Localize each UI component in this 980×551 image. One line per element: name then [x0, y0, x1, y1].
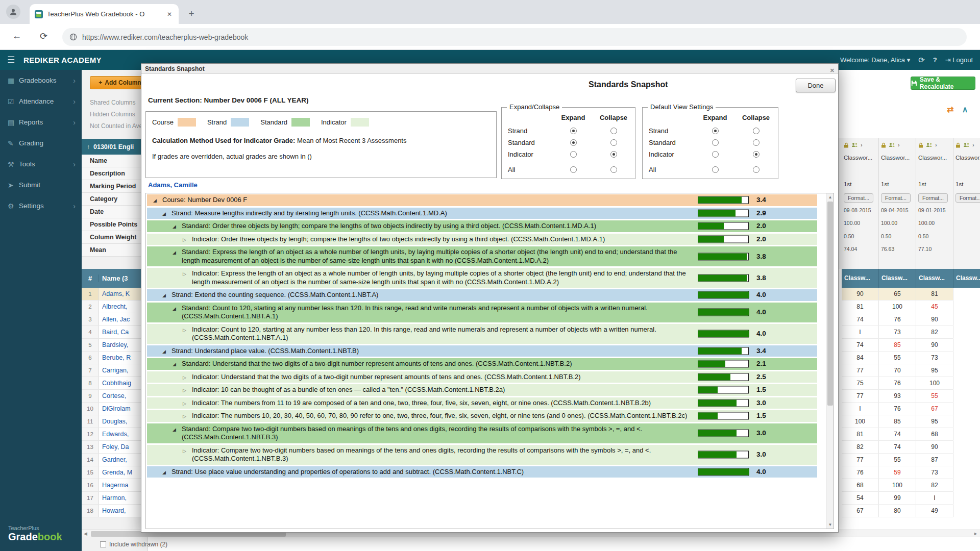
student-name-link[interactable]: Edwards, [99, 431, 129, 438]
grade-cell[interactable]: 55 [879, 454, 916, 466]
radio-collapse-indicator[interactable] [610, 151, 617, 158]
roster-row[interactable]: 13Foley, Da [82, 441, 148, 454]
grade-cell[interactable]: 85 [879, 339, 916, 351]
student-name-link[interactable]: Foley, Da [99, 443, 129, 450]
tree-collapsed-icon[interactable]: ▷ [183, 447, 186, 456]
student-name-link[interactable]: Douglas, [99, 418, 127, 425]
tree-collapsed-icon[interactable]: ▷ [183, 386, 186, 395]
grade-cell[interactable]: 85 [879, 415, 916, 428]
browser-profile-icon[interactable] [6, 5, 20, 19]
grade-cell[interactable]: 65 [879, 288, 916, 300]
grade-cell[interactable]: 82 [842, 441, 879, 453]
column-label[interactable]: Classwor... [881, 155, 915, 161]
radio-expand-strand[interactable] [712, 128, 719, 134]
grade-cell[interactable]: 95 [916, 415, 953, 428]
swap-columns-icon[interactable]: ⇄ [947, 105, 953, 114]
back-icon[interactable]: ← [12, 31, 21, 41]
roster-row[interactable]: 15Grenda, M [82, 466, 148, 479]
student-name-link[interactable]: Albrecht, [99, 303, 127, 310]
grade-cell[interactable]: 76 [879, 403, 916, 415]
grade-cell[interactable]: 55 [916, 390, 953, 402]
grade-cell[interactable]: 100 [916, 377, 953, 389]
roster-row[interactable]: 14Gardner, [82, 454, 148, 466]
grade-cell[interactable]: 76 [879, 377, 916, 389]
grade-cell[interactable]: 74 [842, 339, 879, 351]
tree-row-standard[interactable]: ◢Standard: Order three objects by length… [147, 220, 817, 232]
sidebar-item-settings[interactable]: ⚙Settings› [0, 195, 82, 216]
student-name-link[interactable]: Grenda, M [99, 469, 132, 476]
student-name-link[interactable]: Cobhthaig [99, 380, 131, 387]
grade-cell[interactable]: 76 [842, 466, 879, 479]
tree-row-standard[interactable]: ◢Standard: Understand that the two digit… [147, 358, 817, 370]
group-chevron-icon[interactable]: › [972, 142, 974, 148]
new-tab-button[interactable]: + [185, 7, 198, 20]
tree-expanded-icon[interactable]: ◢ [173, 248, 176, 257]
radio-expand-standard[interactable] [712, 139, 719, 146]
grade-cell[interactable]: 84 [842, 352, 879, 364]
grade-cell[interactable]: 100 [879, 300, 916, 313]
section-header[interactable]: ↑0130/01 Engli [82, 139, 148, 155]
student-name-link[interactable]: Hagerma [99, 482, 128, 489]
grade-cell[interactable]: 74 [842, 313, 879, 325]
grade-cell[interactable]: 54 [842, 492, 879, 504]
tree-collapsed-icon[interactable]: ▷ [183, 270, 186, 279]
include-withdrawn-checkbox[interactable] [100, 541, 106, 547]
tree-row-indicator[interactable]: ▷Indicator: The numbers 10, 20, 30, 40, … [147, 410, 817, 422]
tree-row-standard[interactable]: ◢Standard: Count to 120, starting at any… [147, 303, 817, 322]
grade-cell[interactable]: 73 [916, 466, 953, 479]
radio-expand-all[interactable] [712, 166, 719, 173]
save-recalculate-button[interactable]: Save & Recalculate [911, 77, 975, 90]
grade-cell[interactable]: 70 [879, 364, 916, 377]
sidebar-item-submit[interactable]: ➤Submit [0, 174, 82, 195]
student-name-link[interactable]: Bardsley, [99, 341, 128, 348]
sidebar-item-reports[interactable]: ▤Reports› [0, 112, 82, 133]
tree-expanded-icon[interactable]: ◢ [162, 468, 166, 477]
tree-row-indicator[interactable]: ▷Indicator: Count to 120, starting at an… [147, 324, 817, 344]
roster-row[interactable]: 4Baird, Ca [82, 326, 148, 339]
grade-cell[interactable]: 93 [879, 390, 916, 402]
tree-row-indicator[interactable]: ▷Indicator: The numbers from 11 to 19 ar… [147, 397, 817, 409]
student-name-link[interactable]: Cortese, [99, 392, 126, 399]
tree-row-indicator[interactable]: ▷Indicator: 10 can be thought of as a bu… [147, 384, 817, 396]
tree-row-indicator[interactable]: ▷Indicator: Understand that the two digi… [147, 371, 817, 383]
radio-expand-standard[interactable] [570, 139, 577, 146]
add-column-button[interactable]: +Add Column [90, 76, 148, 89]
radio-collapse-strand[interactable] [753, 128, 760, 134]
format-button[interactable]: Format... [955, 193, 980, 203]
grade-cell[interactable]: 45 [916, 300, 953, 313]
sync-icon[interactable]: ⟳ [918, 56, 925, 65]
tree-row-strand[interactable]: ◢Strand: Understand place value. (CCSS.M… [147, 345, 817, 357]
grade-cell[interactable]: 82 [916, 479, 953, 491]
tree-collapsed-icon[interactable]: ▷ [183, 326, 186, 335]
grade-cell[interactable]: 81 [916, 288, 953, 300]
tree-collapsed-icon[interactable]: ▷ [183, 373, 186, 382]
tree-expanded-icon[interactable]: ◢ [162, 210, 166, 218]
scroll-up-icon[interactable]: ▲ [826, 195, 834, 199]
scroll-down-icon[interactable]: ▼ [826, 522, 834, 527]
tree-expanded-icon[interactable]: ◢ [173, 305, 176, 313]
grade-cell[interactable]: 87 [916, 454, 953, 466]
roster-row[interactable]: 17Harmon, [82, 492, 148, 505]
sidebar-item-attendance[interactable]: ☑Attendance› [0, 91, 82, 112]
scroll-left-icon[interactable]: ◀ [84, 531, 87, 536]
grade-cell[interactable]: 90 [916, 441, 953, 453]
refresh-icon[interactable]: ⟳ [40, 31, 47, 42]
grade-cell[interactable]: 81 [842, 300, 879, 313]
student-name-link[interactable]: Adams, K [99, 290, 130, 297]
url-field[interactable]: https://www.rediker.com/teacherplus-web-… [62, 28, 967, 46]
radio-expand-indicator[interactable] [712, 151, 719, 158]
browser-tab[interactable]: TeacherPlus Web Gradebook - O ✕ [30, 4, 179, 24]
grade-cell[interactable]: 68 [842, 479, 879, 491]
roster-row[interactable]: 12Edwards, [82, 428, 148, 441]
student-name-link[interactable]: Adams, Camille [148, 181, 198, 189]
student-name-link[interactable]: Allen, Jac [99, 316, 130, 323]
grade-cell[interactable]: 95 [916, 364, 953, 377]
grade-cell[interactable]: 73 [879, 326, 916, 338]
student-name-link[interactable]: Baird, Ca [99, 329, 129, 336]
grade-cell[interactable]: 77 [842, 364, 879, 377]
not-counted-link[interactable]: Not Counted in Aver [90, 122, 144, 130]
radio-collapse-all[interactable] [610, 166, 617, 173]
grade-cell[interactable]: 68 [916, 428, 953, 440]
sidebar-item-gradebooks[interactable]: ▦Gradebooks› [0, 70, 82, 91]
welcome-menu[interactable]: Welcome: Dane, Alica ▾ [840, 56, 910, 64]
